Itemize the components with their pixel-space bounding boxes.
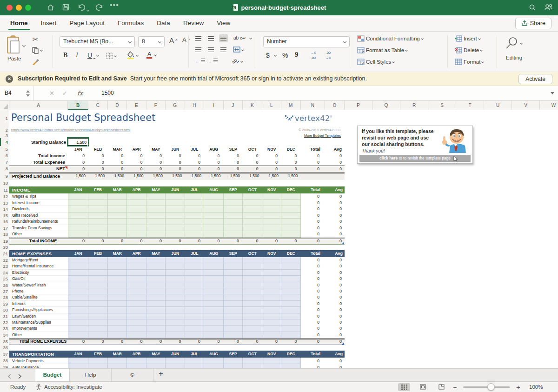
column-header-M[interactable]: M [281, 101, 301, 110]
cell[interactable]: 0 [301, 307, 320, 313]
cell[interactable] [146, 301, 166, 307]
cell[interactable] [243, 206, 262, 213]
cell[interactable] [108, 332, 127, 338]
cell[interactable] [204, 206, 224, 213]
cell[interactable] [127, 319, 146, 326]
cell[interactable] [166, 319, 185, 326]
item-label[interactable]: Electricity [9, 270, 68, 276]
cell[interactable]: 1,500 [262, 172, 279, 180]
cell[interactable]: 0 [325, 307, 342, 313]
cell[interactable] [224, 206, 243, 213]
font-color-icon[interactable]: A [146, 51, 156, 59]
cell[interactable] [281, 213, 301, 219]
ribbon-tab-insert[interactable]: Insert [34, 15, 63, 30]
cell[interactable]: 0 [325, 288, 342, 294]
item-label[interactable]: Other [9, 332, 68, 338]
cell[interactable] [243, 307, 262, 313]
cell[interactable] [88, 257, 108, 263]
cell[interactable]: 0 [301, 153, 320, 159]
item-label[interactable]: Auto Insurance [9, 364, 68, 368]
align-bottom-icon[interactable] [219, 34, 228, 42]
next-sheet-icon[interactable] [18, 372, 22, 381]
name-box[interactable]: B4 [0, 86, 33, 100]
item-label[interactable]: Internet [9, 301, 68, 307]
cell[interactable] [166, 257, 185, 263]
item-label[interactable]: Cable/Satellite [9, 294, 68, 300]
cell[interactable] [281, 263, 301, 269]
cell[interactable] [68, 213, 88, 219]
column-header-T[interactable]: T [456, 101, 484, 110]
cell[interactable] [68, 276, 88, 282]
cell[interactable] [204, 213, 224, 219]
normal-view-icon[interactable] [398, 383, 410, 391]
ribbon-tab-page-layout[interactable]: Page Layout [63, 15, 111, 30]
item-label[interactable]: Other [9, 231, 68, 238]
cell[interactable]: 0 [166, 153, 181, 159]
cell[interactable]: 0 [262, 159, 278, 166]
cell[interactable]: 0 [325, 313, 342, 319]
cell[interactable] [68, 332, 88, 338]
cell[interactable] [185, 200, 205, 206]
page-layout-view-icon[interactable] [417, 383, 429, 391]
cell[interactable]: 1,500 [127, 172, 144, 180]
cell[interactable] [185, 313, 205, 319]
cell[interactable] [224, 276, 243, 282]
cell[interactable] [204, 319, 224, 326]
column-header-F[interactable]: F [146, 101, 166, 110]
cell[interactable] [204, 231, 224, 238]
cell[interactable] [262, 282, 282, 288]
cell[interactable] [146, 213, 166, 219]
cell[interactable] [146, 313, 166, 319]
cell[interactable] [224, 219, 243, 225]
cell[interactable]: 0 [301, 225, 320, 232]
cell[interactable]: 0 [166, 238, 181, 245]
cell[interactable] [88, 313, 108, 319]
cell[interactable] [166, 358, 185, 364]
cell[interactable] [243, 313, 262, 319]
cell[interactable] [204, 294, 224, 300]
cell[interactable]: 0 [224, 238, 239, 245]
cell[interactable] [281, 364, 301, 368]
cell[interactable] [166, 219, 185, 225]
cell[interactable] [88, 319, 108, 326]
cell[interactable] [108, 263, 127, 269]
column-header-I[interactable]: I [204, 101, 224, 110]
cell[interactable] [88, 358, 108, 364]
cell[interactable]: 0 [281, 159, 297, 166]
ribbon-tab-data[interactable]: Data [150, 15, 177, 30]
cell[interactable]: 0 [301, 319, 320, 326]
cell[interactable]: 0 [325, 219, 342, 225]
format-painter-icon[interactable] [32, 58, 40, 66]
cell[interactable]: 0 [108, 238, 124, 245]
cell[interactable]: 0 [262, 238, 278, 245]
cell[interactable] [262, 364, 282, 368]
cell[interactable]: 0 [68, 153, 85, 159]
cell[interactable]: 0 [127, 166, 143, 172]
cell[interactable]: 0 [325, 263, 342, 269]
cell[interactable]: 0 [88, 338, 104, 345]
people-icon[interactable] [544, 3, 553, 13]
decrease-decimal-icon[interactable]: .00→0 [326, 51, 331, 60]
cell[interactable] [185, 206, 205, 213]
cell[interactable] [146, 225, 166, 232]
cell[interactable]: 0 [243, 338, 259, 345]
cell[interactable]: 0 [166, 159, 181, 166]
template-url-link[interactable]: https://www.vertex42.com/ExcelTemplates/… [11, 128, 130, 132]
cell[interactable] [262, 288, 282, 294]
cell[interactable] [185, 364, 205, 368]
sheet-tab-budget[interactable]: Budget [35, 369, 70, 382]
cell[interactable] [204, 219, 224, 225]
cell[interactable] [262, 231, 282, 238]
cell[interactable] [166, 313, 185, 319]
cell[interactable] [224, 358, 243, 364]
cell[interactable] [127, 282, 146, 288]
cell[interactable] [224, 257, 243, 263]
cell[interactable] [224, 301, 243, 307]
cell[interactable] [204, 263, 224, 269]
cell[interactable]: 1,500 [224, 172, 240, 180]
cell[interactable] [166, 193, 185, 200]
cell[interactable] [108, 276, 127, 282]
cell[interactable] [204, 270, 224, 276]
cell[interactable] [204, 193, 224, 200]
promo-click-here-button[interactable]: click here to to revisit the template pa… [359, 155, 471, 162]
